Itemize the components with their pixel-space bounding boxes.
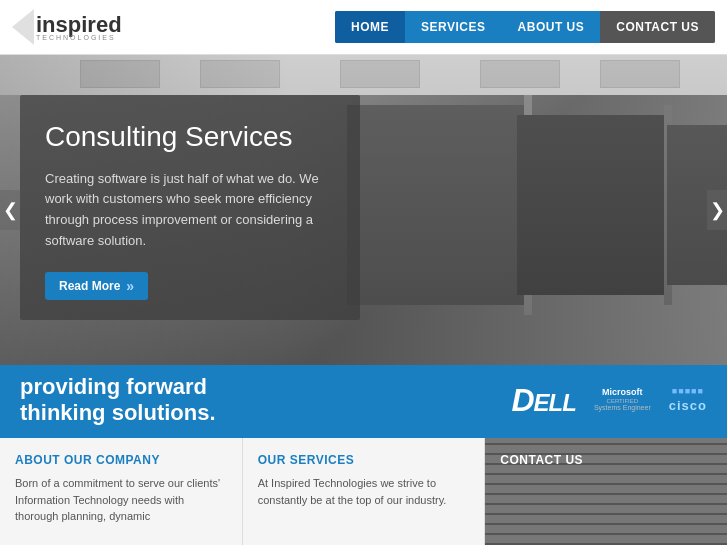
nav-contact[interactable]: CONTACT US [600, 11, 715, 43]
read-more-label: Read More [59, 279, 120, 293]
slider-prev-button[interactable]: ❮ [0, 190, 20, 230]
about-col: ABOUT OUR COMPANY Born of a commitment t… [0, 438, 243, 545]
partner-banner: providing forward thinking solutions. DE… [0, 365, 727, 435]
chevron-right-icon: » [126, 278, 134, 294]
header: inspired technologies HOME SERVICES ABOU… [0, 0, 727, 55]
banner-line2: thinking solutions. [20, 400, 216, 426]
slide-title: Consulting Services [45, 120, 335, 154]
services-col-title: OUR SERVICES [258, 453, 470, 467]
services-col: OUR SERVICES At Inspired Technologies we… [243, 438, 486, 545]
about-col-text: Born of a commitment to serve our client… [15, 475, 227, 525]
contact-col: CONTACT US [485, 438, 727, 545]
cisco-logo: ■■■■■ cisco [669, 386, 707, 414]
nav-about[interactable]: ABOUT US [502, 11, 601, 43]
brand-name: inspired [36, 12, 122, 37]
dell-logo: DELL [512, 382, 576, 419]
bottom-section: ABOUT OUR COMPANY Born of a commitment t… [0, 435, 727, 545]
hero-section: Consulting Services Creating software is… [0, 55, 727, 365]
nav-home[interactable]: HOME [335, 11, 405, 43]
cisco-dots-icon: ■■■■■ [669, 386, 707, 396]
banner-line1: providing forward [20, 374, 216, 400]
microsoft-logo: Microsoft CERTIFIED Systems Engineer [594, 388, 651, 412]
services-col-text: At Inspired Technologies we strive to co… [258, 475, 470, 508]
logo-text-group: inspired technologies [36, 14, 122, 41]
read-more-button[interactable]: Read More » [45, 272, 148, 300]
slider-next-button[interactable]: ❯ [707, 190, 727, 230]
partner-logos: DELL Microsoft CERTIFIED Systems Enginee… [512, 382, 708, 419]
contact-col-title: CONTACT US [500, 453, 712, 467]
logo-chevron-icon [12, 9, 34, 45]
main-nav: HOME SERVICES ABOUT US CONTACT US [335, 11, 715, 43]
slide-description: Creating software is just half of what w… [45, 169, 335, 252]
banner-tagline: providing forward thinking solutions. [20, 374, 216, 427]
logo: inspired technologies [12, 9, 122, 45]
nav-services[interactable]: SERVICES [405, 11, 501, 43]
cisco-brand-text: cisco [669, 398, 707, 413]
about-col-title: ABOUT OUR COMPANY [15, 453, 227, 467]
brand-sub: technologies [36, 34, 122, 41]
slide-content-box: Consulting Services Creating software is… [20, 95, 360, 320]
